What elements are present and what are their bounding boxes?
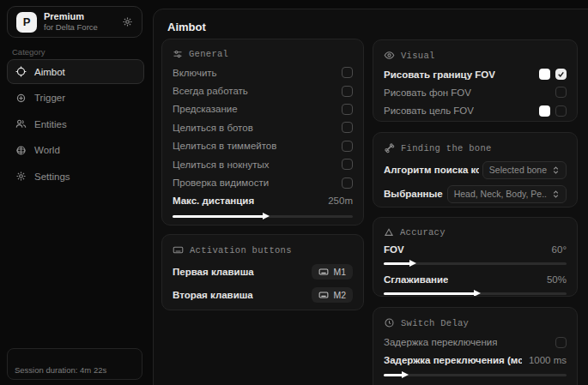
eye-icon [384,50,395,61]
gear-icon[interactable] [122,16,133,27]
smoothing-row: Сглаживание 50% [384,272,567,287]
checkbox-target-knocked[interactable] [342,159,353,170]
toggle-row: Всегда работать [173,81,353,99]
sidebar-item-label: Entities [34,119,67,129]
slider-thumb[interactable] [402,371,409,378]
keybind-button-secondary[interactable]: M2 [312,287,353,303]
selected-bones-label: Выбранные кости [384,189,444,199]
switch-delay-toggle-row: Задержка переключения [384,333,567,352]
sidebar-item-entities[interactable]: Entities [7,111,144,136]
triangle-icon [384,227,394,238]
chevron-updown-icon [552,189,560,199]
accuracy-card-header: Accuracy [384,227,567,238]
toggle-label: Всегда работать [173,86,248,96]
gear-icon [15,171,27,182]
keybind-value: M1 [333,267,346,277]
globe-icon [15,145,27,156]
checkbox-draw-fov-target[interactable] [555,105,567,117]
main-panel: Aimbot General Включить Всегда работать [153,9,588,385]
smoothing-slider[interactable] [384,288,567,297]
color-swatch-fov-target[interactable] [539,105,550,117]
sidebar-item-world[interactable]: World [7,138,144,163]
keybind-row: Вторая клавиша M2 [173,283,353,306]
keybind-label: Первая клавиша [173,267,254,277]
visual-controls [539,105,567,117]
checkbox-prediction[interactable] [342,104,353,115]
chevron-updown-icon [552,165,560,175]
fov-value: 60° [552,244,567,255]
sidebar-item-label: World [34,145,60,155]
visual-card-header: Visual [384,50,567,61]
activation-card-header: Activation buttons [173,244,353,256]
max-distance-label: Макс. дистанция [173,196,254,206]
checkbox-enable[interactable] [342,67,353,78]
checkbox-draw-fov-background[interactable] [555,87,567,98]
max-distance-row: Макс. дистанция 250m [173,192,353,210]
max-distance-slider[interactable] [173,211,353,221]
checkbox-target-bots[interactable] [342,122,353,133]
page-title: Aimbot [167,21,206,33]
checkbox-draw-fov-border[interactable] [555,69,567,80]
bone-algorithm-select[interactable]: Selected bone [482,161,567,179]
keyboard-icon [318,267,329,277]
smoothing-label: Сглаживание [384,274,448,285]
switch-delay-card: Switch Delay Задержка переключения Задер… [373,307,578,385]
slider-fill [384,292,476,295]
brand-subtitle: for Delta Force [44,22,122,33]
bone-card: Finding the bone Алгоритм поиска кости S… [373,132,578,208]
keybind-row: Первая клавиша M1 [173,260,353,283]
toggle-row: Целиться в нокнутых [173,155,353,173]
visual-label: Рисовать фон FOV [384,87,471,98]
session-duration-label: Session duration: 4m 22s [15,365,106,375]
color-swatch-fov-border[interactable] [539,69,550,80]
brand-text: Premium for Delta Force [44,11,122,33]
brand-logo: P [16,12,37,33]
slider-fill [384,262,411,265]
smoothing-value: 50% [547,274,567,285]
slider-fill [173,215,264,218]
toggle-row: Проверка видимости [173,173,353,191]
visual-card: Visual Рисовать границу FOV Рисовать фон… [373,39,578,122]
left-column: General Включить Всегда работать Предска… [161,39,364,310]
toggle-row: Целиться в тиммейтов [173,137,353,155]
toggle-label: Предсказание [173,104,238,114]
switch-delay-ms-value: 1000 ms [529,355,567,365]
visual-row: Рисовать границу FOV [384,65,567,83]
activation-card: Activation buttons Первая клавиша M1 Вто… [161,234,364,310]
slider-thumb[interactable] [474,290,481,297]
keyboard-icon [173,244,184,256]
toggle-label: Целиться в тиммейтов [173,141,276,151]
sidebar-item-aimbot[interactable]: Aimbot [7,59,144,84]
bone-card-title: Finding the bone [401,143,492,153]
visual-label: Рисовать границу FOV [384,69,495,80]
checkbox-always-work[interactable] [342,86,353,97]
slider-fill [384,374,403,376]
fov-slider[interactable] [384,258,567,268]
slider-thumb[interactable] [409,260,416,267]
keybind-button-primary[interactable]: M1 [312,264,353,280]
select-value: Selected bone [489,165,547,175]
sidebar-item-settings[interactable]: Settings [7,164,144,189]
entities-icon [15,118,27,129]
general-card-header: General [173,49,353,59]
bone-row: Алгоритм поиска кости Selected bone [384,158,567,182]
switch-delay-card-header: Switch Delay [384,317,567,328]
select-value: Head, Neck, Body, Pe.. [454,189,547,199]
checkbox-target-teammates[interactable] [342,141,353,152]
visual-row: Рисовать цель FOV [384,102,567,120]
bone-icon [384,142,395,153]
session-duration-box: Session duration: 4m 22s [7,348,142,380]
checkbox-visibility-check[interactable] [342,177,353,189]
slider-track[interactable] [384,374,567,376]
sliders-icon [173,49,183,59]
sidebar-item-trigger[interactable]: Trigger [7,86,144,111]
selected-bones-select[interactable]: Head, Neck, Body, Pe.. [447,185,567,203]
switch-delay-toggle-label: Задержка переключения [384,337,497,347]
toggle-row: Предсказание [173,100,353,118]
checkbox-switch-delay[interactable] [555,337,567,348]
switch-delay-card-title: Switch Delay [401,318,469,328]
switch-delay-slider[interactable] [384,370,567,380]
trigger-icon [15,93,27,104]
slider-thumb[interactable] [263,213,270,220]
switch-delay-ms-label: Задержка переключения (мс) [384,355,522,365]
